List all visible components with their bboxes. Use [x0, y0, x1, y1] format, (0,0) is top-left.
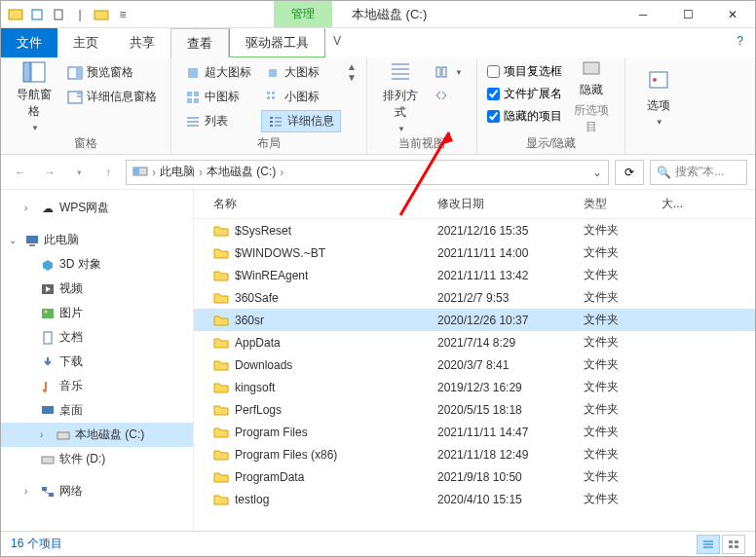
addr-dropdown-icon[interactable]: ⌄	[592, 166, 602, 179]
navigation-pane[interactable]: ›☁WPS网盘 ⌄此电脑 3D 对象 视频 图片 文档 下载 音乐 桌面 ›本地…	[1, 190, 194, 542]
view-thumbnails-button[interactable]	[722, 535, 745, 554]
tab-share[interactable]: 共享	[114, 28, 170, 57]
svg-rect-28	[270, 125, 273, 127]
preview-pane-button[interactable]: 预览窗格	[63, 61, 161, 84]
column-size[interactable]: 大...	[662, 196, 755, 212]
sidebar-item-music[interactable]: 音乐	[1, 374, 193, 398]
svg-rect-11	[188, 68, 198, 78]
tab-view[interactable]: 查看	[170, 28, 229, 57]
layout-list[interactable]: 列表	[181, 110, 255, 132]
recent-button[interactable]: ▾	[67, 161, 91, 184]
columns-icon	[434, 64, 449, 80]
ribbon-group-panes: 导航窗格 ▼ 预览窗格 详细信息窗格 窗格	[1, 57, 171, 154]
sidebar-item-downloads[interactable]: 下载	[1, 350, 193, 374]
refresh-button[interactable]: ⟳	[615, 160, 644, 185]
help-icon[interactable]: ?	[725, 28, 755, 57]
layout-xl-icons[interactable]: 超大图标	[181, 61, 255, 84]
add-columns-button[interactable]: ▼	[430, 61, 467, 83]
address-row: ← → ▾ ↑ › 此电脑 › 本地磁盘 (C:) › ⌄ ⟳ 🔍 搜索"本..…	[1, 155, 755, 190]
address-bar[interactable]: › 此电脑 › 本地磁盘 (C:) › ⌄	[126, 160, 609, 185]
back-button[interactable]: ←	[9, 161, 32, 184]
sidebar-item-desktop[interactable]: 桌面	[1, 398, 193, 423]
tab-drive-tools[interactable]: 驱动器工具	[229, 28, 325, 57]
sidebar-item-drive-c[interactable]: ›本地磁盘 (C:)	[1, 423, 193, 447]
folder-icon	[213, 358, 229, 372]
manage-context-tab[interactable]: 管理	[274, 1, 332, 27]
fit-icon	[434, 88, 449, 103]
minimize-button[interactable]: ─	[621, 1, 665, 28]
qat-new-folder-icon[interactable]	[28, 6, 46, 23]
file-date: 2020/4/10 15:15	[437, 493, 584, 506]
size-columns-button[interactable]	[430, 85, 467, 106]
column-type[interactable]: 类型	[584, 196, 662, 212]
close-button[interactable]: ✕	[710, 1, 755, 28]
file-row[interactable]: Program Files (x86)2021/11/18 12:49文件夹	[194, 443, 755, 465]
hidden-items-checkbox[interactable]: 隐藏的项目	[487, 106, 562, 127]
qat-dropdown-icon[interactable]: ≡	[114, 6, 132, 23]
3d-icon	[40, 257, 56, 273]
hide-selected-button[interactable]: 隐藏 所选项目	[568, 61, 615, 131]
breadcrumb-drive[interactable]: 本地磁盘 (C:)	[207, 164, 276, 180]
details-icon	[268, 114, 284, 130]
sidebar-item-network[interactable]: ›网络	[1, 479, 193, 503]
file-name: AppData	[235, 336, 281, 350]
qat-separator: |	[71, 6, 89, 23]
tab-home[interactable]: 主页	[57, 28, 114, 57]
crumb-sep-icon[interactable]: ›	[280, 166, 284, 179]
file-row[interactable]: PerfLogs2020/5/15 18:18文件夹	[194, 398, 755, 421]
tab-file[interactable]: 文件	[1, 28, 57, 57]
column-headers[interactable]: 名称 修改日期 类型 大...	[194, 190, 755, 219]
file-row[interactable]: $SysReset2021/12/16 15:35文件夹	[194, 219, 755, 241]
file-row[interactable]: kingsoft2019/12/3 16:29文件夹	[194, 376, 755, 398]
file-row[interactable]: $WinREAgent2021/11/11 13:42文件夹	[194, 264, 755, 286]
details-pane-button[interactable]: 详细信息窗格	[63, 86, 161, 108]
file-row[interactable]: 360sr2020/12/26 10:37文件夹	[194, 309, 755, 331]
layout-lg-icons[interactable]: 大图标	[261, 61, 341, 84]
layout-details[interactable]: 详细信息	[261, 110, 341, 132]
column-name[interactable]: 名称	[194, 196, 437, 212]
search-input[interactable]: 🔍 搜索"本...	[650, 160, 747, 185]
forward-button[interactable]: →	[38, 161, 61, 184]
file-row[interactable]: Downloads2020/3/7 8:41文件夹	[194, 353, 755, 376]
layout-sm-icons[interactable]: 小图标	[261, 86, 341, 108]
sort-by-button[interactable]: 排列方式 ▼	[377, 61, 424, 131]
sidebar-item-documents[interactable]: 文档	[1, 325, 193, 350]
file-row[interactable]: $WINDOWS.~BT2021/11/11 14:00文件夹	[194, 241, 755, 264]
sidebar-item-pictures[interactable]: 图片	[1, 301, 193, 325]
file-name: kingsoft	[235, 381, 275, 394]
file-row[interactable]: 360Safe2021/2/7 9:53文件夹	[194, 286, 755, 309]
layout-md-icons[interactable]: 中图标	[181, 86, 255, 108]
file-extensions-checkbox[interactable]: 文件扩展名	[487, 84, 562, 104]
sidebar-item-wps[interactable]: ›☁WPS网盘	[1, 196, 193, 220]
sidebar-item-drive-d[interactable]: 软件 (D:)	[1, 447, 193, 471]
sidebar-item-videos[interactable]: 视频	[1, 277, 193, 301]
sidebar-item-3d-objects[interactable]: 3D 对象	[1, 252, 193, 277]
breadcrumb-this-pc[interactable]: 此电脑	[160, 164, 195, 180]
file-date: 2021/11/18 12:49	[437, 448, 584, 462]
file-row[interactable]: ProgramData2021/9/18 10:50文件夹	[194, 465, 755, 488]
crumb-sep-icon[interactable]: ›	[152, 166, 156, 179]
up-button[interactable]: ↑	[96, 161, 120, 184]
file-list: 名称 修改日期 类型 大... $SysReset2021/12/16 15:3…	[194, 190, 755, 542]
crumb-sep-icon[interactable]: ›	[199, 166, 203, 179]
svg-rect-26	[270, 121, 273, 123]
nav-pane-button[interactable]: 导航窗格 ▼	[11, 61, 57, 131]
file-type: 文件夹	[584, 356, 662, 373]
view-details-button[interactable]	[697, 535, 720, 554]
maximize-button[interactable]: ☐	[665, 1, 710, 28]
sidebar-item-this-pc[interactable]: ⌄此电脑	[1, 228, 193, 252]
options-button[interactable]: 选项 ▼	[635, 61, 682, 131]
qat-folder-icon[interactable]	[93, 6, 110, 23]
svg-rect-53	[42, 487, 47, 491]
qat-properties-icon[interactable]	[50, 6, 67, 23]
svg-rect-51	[57, 432, 69, 439]
item-checkboxes-checkbox[interactable]: 项目复选框	[487, 61, 562, 82]
file-type: 文件夹	[584, 267, 662, 283]
column-date[interactable]: 修改日期	[437, 196, 584, 212]
layout-more-icon[interactable]: ▲▼	[347, 61, 357, 83]
downloads-icon	[40, 354, 56, 370]
file-row[interactable]: Program Files2021/11/11 14:47文件夹	[194, 421, 755, 443]
file-row[interactable]: AppData2021/7/14 8:29文件夹	[194, 331, 755, 353]
collapse-ribbon-icon[interactable]: ᐯ	[325, 28, 349, 57]
file-row[interactable]: testlog2020/4/10 15:15文件夹	[194, 488, 755, 510]
